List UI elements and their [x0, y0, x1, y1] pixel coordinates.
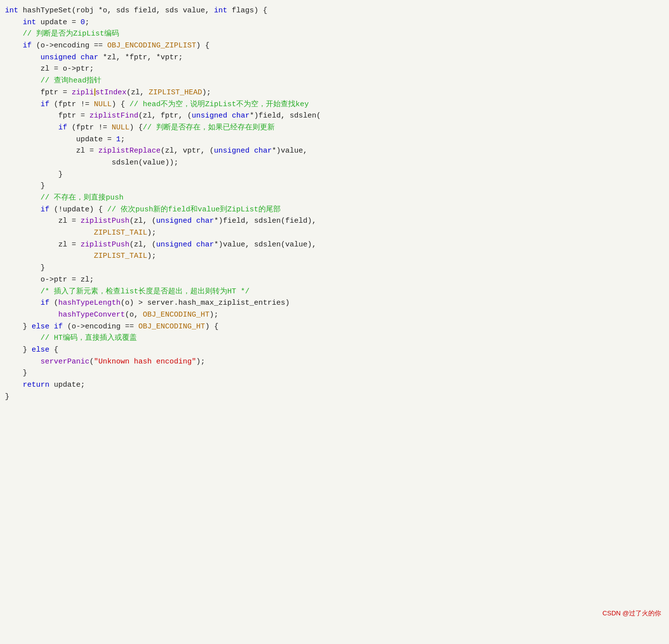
code-line-12: update = 1; [5, 134, 669, 146]
code-line-9: if (fptr != NULL) { // head不为空，说明ZipList… [5, 99, 669, 111]
code-line-24: o->ptr = zl; [5, 274, 669, 286]
code-line-19: zl = ziplistPush(zl, (unsigned char*)fie… [5, 215, 669, 227]
code-line-21: zl = ziplistPush(zl, (unsigned char*)val… [5, 239, 669, 251]
code-line-28: } else if (o->encoding == OBJ_ENCODING_H… [5, 321, 669, 333]
code-line-20: ZIPLIST_TAIL); [5, 227, 669, 239]
code-line-14: sdslen(value)); [5, 157, 669, 169]
code-line-34: } [5, 391, 669, 403]
code-line-30: } else { [5, 344, 669, 356]
code-line-18: if (!update) { // 依次push新的field和value到Zi… [5, 204, 669, 216]
code-line-29: // HT编码，直接插入或覆盖 [5, 332, 669, 344]
code-line-5: unsigned char *zl, *fptr, *vptr; [5, 52, 669, 64]
code-line-15: } [5, 169, 669, 181]
code-line-25: /* 插入了新元素，检查list长度是否超出，超出则转为HT */ [5, 286, 669, 298]
code-line-10: fptr = ziplistFind(zl, fptr, (unsigned c… [5, 110, 669, 122]
code-line-6: zl = o->ptr; [5, 63, 669, 75]
code-line-32: } [5, 367, 669, 379]
footer-text: CSDN @过了火的你 [602, 608, 661, 618]
code-line-27: hashTypeConvert(o, OBJ_ENCODING_HT); [5, 309, 669, 321]
code-line-3: // 判断是否为ZipList编码 [5, 28, 669, 40]
code-block: int hashTypeSet(robj *o, sds field, sds … [0, 0, 669, 622]
code-line-8: fptr = ziplistIndex(zl, ZIPLIST_HEAD); [5, 87, 669, 99]
code-line-11: if (fptr != NULL) {// 判断是否存在，如果已经存在则更新 [5, 122, 669, 134]
code-line-1: int hashTypeSet(robj *o, sds field, sds … [5, 5, 669, 17]
code-line-4: if (o->encoding == OBJ_ENCODING_ZIPLIST)… [5, 40, 669, 52]
code-line-17: // 不存在，则直接push [5, 192, 669, 204]
code-line-16: } [5, 180, 669, 192]
code-line-31: serverPanic("Unknown hash encoding"); [5, 356, 669, 368]
code-line-2: int update = 0; [5, 17, 669, 29]
code-line-33: return update; [5, 379, 669, 391]
code-line-23: } [5, 262, 669, 274]
code-line-22: ZIPLIST_TAIL); [5, 250, 669, 262]
code-line-7: // 查询head指针 [5, 75, 669, 87]
code-line-13: zl = ziplistReplace(zl, vptr, (unsigned … [5, 145, 669, 157]
code-line-26: if (hashTypeLength(o) > server.hash_max_… [5, 297, 669, 309]
